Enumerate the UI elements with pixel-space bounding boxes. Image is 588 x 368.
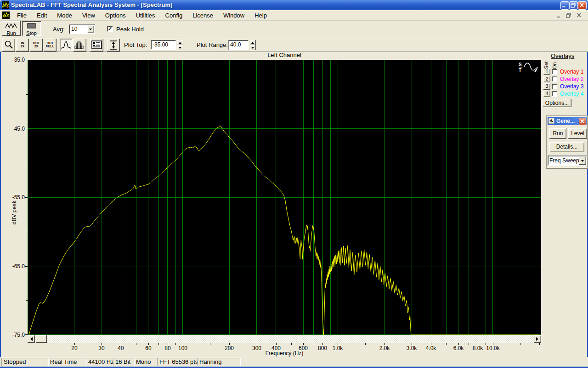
menu-utilities[interactable]: Utilities (131, 10, 160, 20)
chevron-down-icon (89, 29, 92, 32)
y-tick-mark (25, 60, 28, 60)
plot-top-spin-up[interactable] (177, 40, 183, 45)
title-bar[interactable]: SpectraLAB - FFT Spectral Analysis Syste… (0, 0, 588, 10)
menu-options[interactable]: Options (100, 10, 131, 20)
menu-file[interactable]: File (12, 10, 32, 20)
overlay-set-button-4[interactable]: 4 (543, 91, 550, 97)
overlay-on-checkbox-1[interactable] (552, 69, 557, 75)
vertical-scale-button[interactable] (107, 39, 120, 52)
run-button-label: Run (2, 30, 21, 36)
generator-mode-select[interactable]: Freq Sweep (548, 155, 587, 166)
menu-view[interactable]: View (77, 10, 100, 20)
generator-run-button[interactable]: Run (549, 128, 566, 139)
overlay-on-checkbox-4[interactable] (552, 91, 557, 97)
bar-spectrum-view-button[interactable] (74, 39, 86, 52)
y-minor-tick-mark (26, 232, 28, 232)
overlay-on-checkbox-3[interactable] (552, 84, 557, 89)
peak-hold-label: Peak Hold (116, 26, 144, 33)
zoom-out-2x-button[interactable]: OUT 2X (30, 39, 43, 52)
avg-label: Avg: (53, 26, 65, 33)
scrollbar-thumb[interactable] (36, 335, 47, 343)
x-tick-mark (446, 343, 447, 345)
x-tick-label: 400 (266, 345, 286, 351)
minimize-button[interactable] (560, 1, 569, 10)
zoom-tool-button[interactable] (2, 39, 15, 52)
x-tick-mark (539, 343, 540, 345)
overlays-options-button[interactable]: Options... (543, 99, 571, 107)
mdi-close-button[interactable] (575, 12, 584, 19)
menu-license[interactable]: License (187, 10, 218, 20)
zoom-in-2x-label-top: IN (21, 41, 24, 45)
restore-icon (571, 3, 576, 8)
check-icon: ✓ (108, 26, 112, 31)
avg-combobox[interactable]: 10 (69, 24, 95, 34)
arrow-right-icon (536, 337, 540, 341)
menu-window[interactable]: Window (218, 10, 249, 20)
run-waveform-icon (5, 23, 17, 29)
menu-mode[interactable]: Mode (52, 10, 77, 20)
generator-details-button[interactable]: Details... (549, 142, 584, 152)
x-tick-label: 4.0k (421, 345, 441, 351)
plot-range-spin-down[interactable] (250, 45, 256, 50)
x-tick-mark (520, 343, 520, 345)
status-cell-3: 16 Bit (113, 358, 135, 366)
x-tick-label: 300 (247, 345, 267, 351)
zoom-in-2x-button[interactable]: IN 2X (16, 39, 29, 52)
overlay-set-button-3[interactable]: 3 (543, 83, 550, 90)
menu-edit[interactable]: Edit (32, 10, 52, 20)
minimize-icon (562, 3, 567, 8)
window-title: SpectraLAB - FFT Spectral Analysis Syste… (11, 1, 172, 8)
menu-help[interactable]: Help (249, 10, 272, 20)
plot-range-spin-up[interactable] (250, 40, 256, 45)
overlay-on-checkbox-2[interactable] (552, 76, 557, 82)
svg-text:T: T (519, 68, 521, 73)
peak-hold-checkbox[interactable]: ✓ (107, 26, 113, 32)
line-spectrum-view-button[interactable] (60, 39, 73, 52)
x-tick-label: 6.0k (448, 345, 469, 351)
scroll-left-button[interactable] (28, 335, 35, 343)
restore-button[interactable] (569, 1, 578, 10)
generator-title-bar[interactable]: Gene... (548, 117, 587, 125)
x-tick-mark (291, 343, 292, 345)
generator-close-button[interactable] (579, 118, 586, 125)
chevron-down-icon (581, 160, 584, 163)
plot-top-spin-down[interactable] (177, 45, 183, 50)
plot-top-spinner (177, 40, 183, 50)
y-minor-tick-mark (26, 300, 28, 301)
application-window: SpectraLAB - FFT Spectral Analysis Syste… (0, 0, 588, 368)
scroll-right-button[interactable] (534, 335, 541, 343)
zoom-in-2x-label-bottom: 2X (21, 45, 25, 48)
run-button[interactable]: Run (2, 21, 21, 36)
generator-panel: Gene... Run Level Details... Freq Sweep (547, 116, 588, 168)
avg-dropdown-button[interactable] (87, 25, 94, 33)
y-minor-tick-mark (26, 94, 28, 95)
mdi-restore-button[interactable] (564, 12, 574, 19)
plot-range-input[interactable]: 40.0 (228, 40, 249, 50)
arrow-down-icon (179, 47, 181, 50)
zoom-out-2x-label-bottom: 2X (34, 45, 39, 48)
overlay-set-button-2[interactable]: 2 (543, 76, 550, 82)
menu-config[interactable]: Config (160, 10, 188, 20)
status-cell-2: 44100 Hz (86, 358, 114, 366)
stop-button[interactable]: Stop (22, 21, 41, 36)
x-tick-mark (55, 343, 55, 345)
mdi-restore-icon (566, 13, 571, 18)
zoom-out-full-button[interactable]: OUT FULL (44, 39, 57, 52)
y-tick-label: -35.0 (3, 57, 25, 63)
close-button[interactable] (578, 1, 587, 10)
overlay-set-button-1[interactable]: 1 (543, 69, 550, 75)
generator-level-button[interactable]: Level (568, 128, 587, 139)
plot-top-value: -35.00 (153, 41, 168, 48)
display-options-button[interactable] (90, 39, 103, 52)
overlay-label-3: Overlay 3 (560, 83, 583, 90)
menu-bar: FileEditModeViewOptionsUtilitiesConfigLi… (0, 10, 588, 21)
mdi-minimize-button[interactable] (554, 12, 564, 19)
options-window-icon (91, 40, 102, 50)
zoom-out-2x-label-top: OUT (33, 41, 40, 45)
magnifier-icon (4, 40, 14, 50)
arrow-down-icon (251, 47, 254, 50)
generator-mode-dropdown-button[interactable] (579, 156, 586, 165)
plot-top-input[interactable]: -35.00 (151, 40, 176, 50)
app-icon (2, 1, 9, 9)
horizontal-scrollbar[interactable] (28, 335, 541, 343)
